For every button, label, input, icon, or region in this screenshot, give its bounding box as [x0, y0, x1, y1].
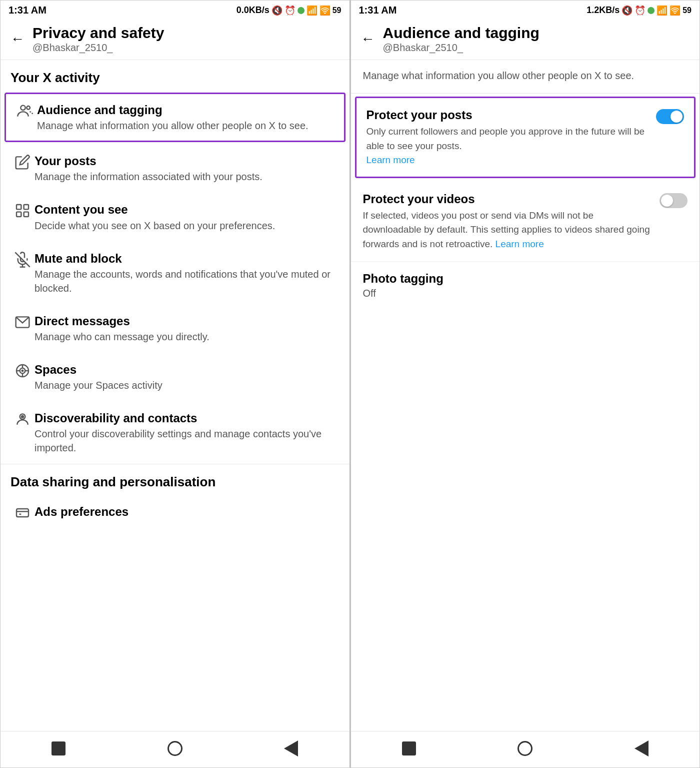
bottom-nav-left	[0, 731, 350, 767]
page-description: Manage what information you allow other …	[351, 60, 700, 94]
setting-protect-posts[interactable]: Protect your posts Only current follower…	[355, 97, 696, 178]
mute-title: Mute and block	[34, 251, 340, 266]
header-left: ← Privacy and safety @Bhaskar_2510_	[0, 18, 350, 60]
page-title-right: Audience and tagging	[383, 24, 540, 42]
spaces-title: Spaces	[34, 362, 340, 377]
edit-icon	[10, 153, 34, 170]
mute-block-icon	[10, 251, 34, 268]
menu-item-spaces[interactable]: Spaces Manage your Spaces activity	[0, 353, 350, 401]
discover-desc: Control your discoverability settings an…	[34, 427, 340, 455]
protect-posts-title: Protect your posts	[366, 107, 648, 123]
discover-title: Discoverability and contacts	[34, 410, 340, 426]
section-activity-heading: Your X activity	[0, 60, 350, 91]
menu-item-your-posts[interactable]: Your posts Manage the information associ…	[0, 144, 350, 193]
audience-icon	[13, 102, 37, 119]
status-bar-right: 1:31 AM 1.2KB/s 🔇 ⏰ 📶 🛜 59	[351, 1, 700, 18]
posts-title: Your posts	[34, 153, 340, 169]
mute-icon-right: 🔇	[622, 5, 632, 16]
nav-square-right[interactable]	[400, 739, 418, 757]
menu-item-ads[interactable]: Ads preferences	[0, 495, 350, 530]
time-right: 1:31 AM	[359, 5, 397, 16]
dm-desc: Manage who can message you directly.	[34, 330, 340, 344]
ads-title: Ads preferences	[34, 504, 340, 519]
back-button-right[interactable]: ←	[361, 31, 375, 47]
svg-rect-3	[24, 205, 28, 209]
alarm-icon: ⏰	[284, 5, 296, 16]
protect-videos-toggle-container	[660, 193, 688, 208]
discover-icon	[10, 410, 34, 427]
spaces-icon	[10, 362, 34, 379]
signal-bars-left: 📶	[306, 5, 318, 16]
mute-desc: Manage the accounts, words and notificat…	[34, 267, 340, 295]
section-data-heading: Data sharing and personalisation	[0, 464, 350, 495]
nav-back-left[interactable]	[282, 739, 300, 757]
svg-rect-4	[16, 212, 21, 217]
status-icons-right: 1.2KB/s 🔇 ⏰ 📶 🛜 59	[586, 5, 692, 16]
photo-tagging-value: Off	[363, 288, 688, 299]
content-desc: Decide what you see on X based on your p…	[34, 219, 340, 233]
right-phone: 1:31 AM 1.2KB/s 🔇 ⏰ 📶 🛜 59 ← Audience an…	[350, 0, 700, 768]
wifi-icon-left: 🛜	[320, 5, 330, 16]
page-title-left: Privacy and safety	[32, 24, 164, 42]
menu-item-discoverability[interactable]: Discoverability and contacts Control you…	[0, 401, 350, 464]
protect-videos-link[interactable]: Learn more	[496, 239, 544, 249]
active-dot-left	[298, 7, 304, 14]
back-button-left[interactable]: ←	[10, 31, 24, 47]
svg-point-18	[22, 416, 24, 418]
audience-desc: Manage what information you allow other …	[37, 119, 337, 133]
audience-title: Audience and tagging	[37, 102, 337, 118]
protect-posts-desc: Only current followers and people you ap…	[366, 125, 648, 168]
protect-posts-toggle[interactable]	[656, 109, 684, 124]
battery-right: 59	[682, 6, 692, 15]
ads-icon	[10, 504, 34, 521]
content-title: Content you see	[34, 202, 340, 217]
setting-protect-videos[interactable]: Protect your videos If selected, videos …	[351, 181, 700, 262]
bottom-nav-right	[351, 731, 700, 767]
svg-rect-2	[16, 205, 21, 209]
signal-bars-right: 📶	[656, 5, 668, 16]
mute-icon: 🔇	[272, 5, 282, 16]
nav-square-left[interactable]	[50, 739, 68, 757]
svg-rect-5	[24, 212, 28, 217]
status-icons-left: 0.0KB/s 🔇 ⏰ 📶 🛜 59	[236, 5, 342, 16]
active-dot-right	[648, 7, 654, 14]
toggle-knob-videos	[661, 195, 673, 207]
spaces-desc: Manage your Spaces activity	[34, 378, 340, 392]
dm-title: Direct messages	[34, 313, 340, 329]
content-icon	[10, 202, 34, 219]
time-left: 1:31 AM	[8, 5, 46, 16]
username-left: @Bhaskar_2510_	[32, 42, 164, 54]
menu-item-content[interactable]: Content you see Decide what you see on X…	[0, 193, 350, 241]
menu-item-mute-block[interactable]: Mute and block Manage the accounts, word…	[0, 242, 350, 304]
protect-videos-desc: If selected, videos you post or send via…	[363, 209, 652, 252]
signal-text-left: 0.0KB/s	[236, 5, 270, 16]
nav-circle-left[interactable]	[166, 739, 184, 757]
toggle-knob-posts	[670, 111, 682, 123]
svg-rect-19	[16, 509, 28, 517]
svg-point-1	[26, 106, 30, 110]
wifi-icon-right: 🛜	[670, 5, 680, 16]
message-icon	[10, 313, 34, 330]
svg-point-0	[20, 106, 25, 110]
status-bar-left: 1:31 AM 0.0KB/s 🔇 ⏰ 📶 🛜 59	[0, 1, 350, 18]
protect-videos-title: Protect your videos	[363, 191, 652, 207]
right-scroll-area: Protect your posts Only current follower…	[351, 94, 700, 731]
nav-back-right[interactable]	[632, 739, 650, 757]
protect-posts-toggle-container	[656, 109, 684, 124]
signal-text-right: 1.2KB/s	[586, 5, 620, 16]
left-phone: 1:31 AM 0.0KB/s 🔇 ⏰ 📶 🛜 59 ← Privacy and…	[0, 0, 350, 768]
left-scroll-area: Your X activity Audience and tagging Man…	[0, 60, 350, 731]
header-right: ← Audience and tagging @Bhaskar_2510_	[351, 18, 700, 60]
photo-tagging-title: Photo tagging	[363, 272, 688, 286]
menu-item-dm[interactable]: Direct messages Manage who can message y…	[0, 304, 350, 353]
svg-point-12	[22, 370, 24, 372]
username-right: @Bhaskar_2510_	[383, 42, 540, 54]
nav-circle-right[interactable]	[516, 739, 534, 757]
setting-photo-tagging[interactable]: Photo tagging Off	[351, 262, 700, 309]
alarm-icon-right: ⏰	[634, 5, 646, 16]
battery-left: 59	[332, 6, 342, 15]
posts-desc: Manage the information associated with y…	[34, 170, 340, 184]
protect-posts-link[interactable]: Learn more	[366, 155, 415, 165]
menu-item-audience-tagging[interactable]: Audience and tagging Manage what informa…	[4, 93, 346, 142]
protect-videos-toggle[interactable]	[660, 193, 688, 208]
